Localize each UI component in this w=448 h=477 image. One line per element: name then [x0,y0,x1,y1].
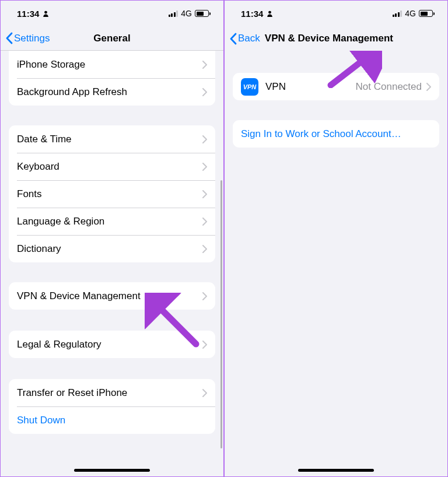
settings-group: Sign In to Work or School Account… [233,120,439,148]
row-dictionary[interactable]: Dictionary [9,235,215,262]
back-button[interactable]: Settings [5,32,50,44]
back-label: Settings [14,33,50,44]
network-label: 4G [405,9,416,18]
settings-group: Date & Time Keyboard Fonts Language & Re… [9,125,215,262]
svg-point-0 [44,10,47,13]
vpn-icon: VPN [241,78,258,96]
chevron-right-icon [202,190,207,198]
row-value: Not Connected [356,81,422,93]
settings-group: iPhone Storage Background App Refresh [9,51,215,106]
signal-icon [169,10,178,17]
chevron-right-icon [426,83,431,91]
row-label: Date & Time [17,134,202,145]
content-area: iPhone Storage Background App Refresh Da… [1,51,223,476]
svg-point-1 [268,10,271,13]
row-fonts[interactable]: Fonts [9,180,215,208]
back-button[interactable]: Back [229,33,260,45]
row-label: Transfer or Reset iPhone [17,387,202,399]
back-label: Back [238,33,260,44]
network-label: 4G [181,9,192,18]
status-bar: 11:34 4G [1,1,223,26]
content-area: VPN VPN Not Connected Sign In to Work or… [225,51,447,476]
chevron-right-icon [202,88,207,96]
scrollbar[interactable] [220,180,222,448]
row-label: VPN & Device Management [17,290,202,302]
status-right: 4G [169,9,211,18]
person-icon [42,10,50,17]
row-background-app-refresh[interactable]: Background App Refresh [9,78,215,106]
chevron-right-icon [202,341,207,349]
row-keyboard[interactable]: Keyboard [9,153,215,180]
status-bar: 11:34 4G [225,1,447,26]
row-label: Shut Down [17,415,207,426]
row-vpn[interactable]: VPN VPN Not Connected [233,73,439,100]
row-legal-regulatory[interactable]: Legal & Regulatory [9,331,215,358]
row-language-region[interactable]: Language & Region [9,208,215,235]
row-label: Keyboard [17,161,202,173]
status-left: 11:34 [241,9,274,19]
row-label: Legal & Regulatory [17,339,202,350]
settings-group: VPN VPN Not Connected [233,73,439,100]
row-shut-down[interactable]: Shut Down [9,406,215,434]
person-icon [266,10,274,17]
phone-right: 11:34 4G Back VPN & Device Management VP… [224,0,448,477]
nav-bar: Back VPN & Device Management [225,26,447,51]
settings-group: Legal & Regulatory [9,331,215,358]
settings-group: Transfer or Reset iPhone Shut Down [9,379,215,434]
row-label: iPhone Storage [17,59,202,71]
row-transfer-reset[interactable]: Transfer or Reset iPhone [9,379,215,406]
home-indicator[interactable] [74,469,150,472]
nav-bar: Settings General [1,26,223,51]
row-vpn-device-management[interactable]: VPN & Device Management [9,282,215,310]
row-label: Language & Region [17,216,202,227]
chevron-right-icon [202,218,207,226]
status-time: 11:34 [241,9,263,19]
row-iphone-storage[interactable]: iPhone Storage [9,51,215,78]
row-label: Background App Refresh [17,86,202,98]
chevron-right-icon [202,245,207,253]
chevron-right-icon [202,135,207,143]
row-label: Fonts [17,188,202,200]
status-right: 4G [393,9,435,18]
status-time: 11:34 [17,9,39,19]
row-label: Sign In to Work or School Account… [241,128,431,140]
row-label: Dictionary [17,243,202,255]
status-left: 11:34 [17,9,50,19]
battery-icon [419,10,435,17]
home-indicator[interactable] [298,469,374,472]
row-signin-work-school[interactable]: Sign In to Work or School Account… [233,120,439,148]
battery-icon [195,10,211,17]
page-title: General [93,33,130,44]
row-date-time[interactable]: Date & Time [9,125,215,153]
chevron-right-icon [202,163,207,171]
page-title: VPN & Device Management [265,33,393,44]
signal-icon [393,10,402,17]
chevron-right-icon [202,389,207,397]
settings-group: VPN & Device Management [9,282,215,310]
phone-left: 11:34 4G Settings General iPhone Storage [0,0,224,477]
chevron-right-icon [202,61,207,69]
row-label: VPN [265,81,356,93]
chevron-right-icon [202,292,207,300]
